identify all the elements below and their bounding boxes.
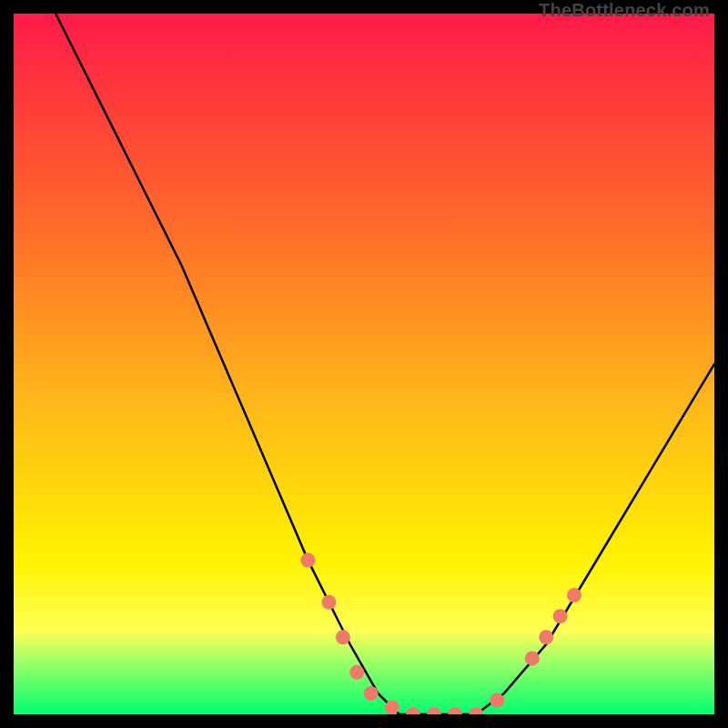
marker-dot	[427, 707, 441, 714]
marker-dot	[336, 630, 350, 644]
marker-group	[300, 553, 581, 714]
marker-dot	[300, 553, 315, 568]
marker-dot	[364, 686, 379, 701]
marker-dot	[406, 707, 420, 714]
watermark-text: TheBottleneck.com	[539, 0, 710, 21]
marker-dot	[469, 707, 483, 714]
marker-dot	[567, 588, 581, 602]
chart-frame: TheBottleneck.com	[0, 0, 728, 728]
curve-overlay-svg	[14, 14, 714, 714]
marker-dot	[553, 609, 568, 623]
marker-dot	[448, 707, 462, 714]
marker-dot	[525, 651, 540, 665]
marker-dot	[490, 693, 504, 708]
marker-dot	[349, 665, 364, 680]
curve-path	[56, 14, 714, 714]
marker-dot	[539, 630, 553, 644]
plot-area	[14, 14, 714, 714]
marker-dot	[385, 700, 399, 714]
marker-dot	[322, 595, 337, 610]
